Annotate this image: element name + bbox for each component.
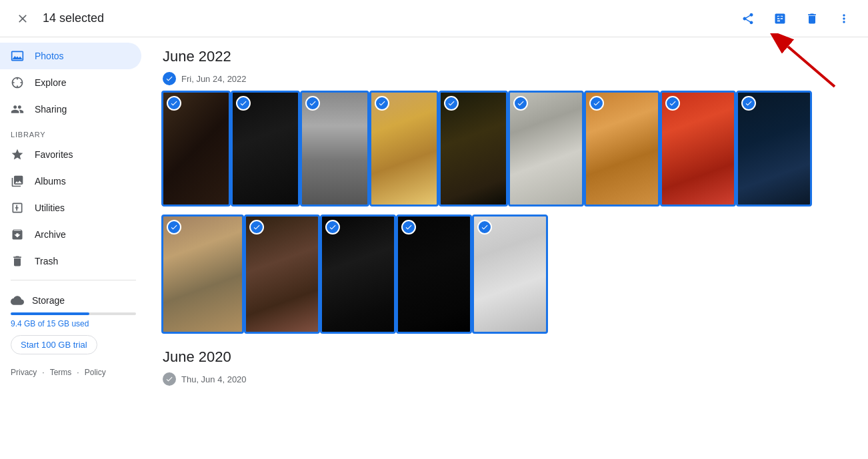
- storage-text: 9.4 GB of 15 GB used: [11, 319, 136, 328]
- main-content: June 2022 Fri, Jun 24, 2022: [147, 37, 868, 459]
- photo-item-5[interactable]: [440, 92, 507, 205]
- share-button[interactable]: [735, 5, 761, 32]
- sidebar-item-archive[interactable]: Archive: [0, 221, 141, 248]
- more-options-button[interactable]: [831, 5, 857, 32]
- add-to-album-button[interactable]: [767, 5, 793, 32]
- photo-check-8: [665, 96, 680, 111]
- sidebar-trash-label: Trash: [35, 256, 58, 266]
- sidebar-divider: [11, 280, 136, 280]
- sidebar-item-utilities[interactable]: Utilities: [0, 195, 141, 221]
- trash-icon: [11, 254, 24, 268]
- date-check-icon: [163, 72, 176, 85]
- photos-icon: [11, 49, 24, 63]
- sidebar-sharing-label: Sharing: [35, 104, 67, 115]
- photo-check-2: [236, 96, 251, 111]
- photo-check-5: [444, 96, 459, 111]
- sharing-icon: [11, 103, 24, 116]
- library-section-label: LIBRARY: [0, 123, 147, 141]
- photo-item-4[interactable]: [371, 92, 437, 205]
- sidebar-item-trash[interactable]: Trash: [0, 248, 141, 274]
- sidebar-item-sharing[interactable]: Sharing: [0, 96, 141, 123]
- sidebar-item-photos[interactable]: Photos: [0, 43, 141, 69]
- photo-item-7[interactable]: [585, 92, 659, 205]
- footer-policy[interactable]: Policy: [85, 368, 106, 377]
- header-left: 14 selected: [11, 7, 104, 31]
- photo-item-9[interactable]: [737, 92, 811, 205]
- photo-grid-row1: [163, 92, 852, 205]
- photo-check-13: [401, 220, 416, 234]
- photo-item-6[interactable]: [509, 92, 583, 205]
- section-june-2022: June 2022 Fri, Jun 24, 2022: [163, 48, 852, 332]
- sidebar-explore-label: Explore: [35, 77, 66, 88]
- cloud-icon: [11, 294, 24, 307]
- photo-check-4: [375, 96, 389, 111]
- photo-check-6: [513, 96, 528, 111]
- date-check-icon-2020: [163, 372, 176, 386]
- date-label-june24: Fri, Jun 24, 2022: [181, 74, 247, 84]
- sidebar-item-explore[interactable]: Explore: [0, 69, 141, 96]
- date-row-june24: Fri, Jun 24, 2022: [163, 72, 852, 85]
- date-row-june4: Thu, Jun 4, 2020: [163, 372, 852, 386]
- sidebar-photos-label: Photos: [35, 51, 64, 61]
- header: 14 selected: [0, 0, 868, 37]
- photo-item-2[interactable]: [232, 92, 299, 205]
- photo-check-11: [249, 220, 264, 234]
- date-label-june4: Thu, Jun 4, 2020: [181, 374, 247, 384]
- photo-item-11[interactable]: [245, 216, 319, 332]
- albums-icon: [11, 175, 24, 188]
- storage-bar-bg: [11, 312, 136, 315]
- storage-section: Storage 9.4 GB of 15 GB used Start 100 G…: [0, 286, 147, 362]
- close-button[interactable]: [11, 7, 35, 31]
- sidebar-item-favorites[interactable]: Favorites: [0, 141, 141, 168]
- delete-button[interactable]: [799, 5, 825, 32]
- photo-item-14[interactable]: [473, 216, 547, 332]
- photo-check-12: [325, 220, 340, 234]
- star-icon: [11, 148, 24, 161]
- sidebar-utilities-label: Utilities: [35, 203, 65, 213]
- footer-privacy[interactable]: Privacy: [11, 368, 37, 377]
- photo-item-8[interactable]: [661, 92, 735, 205]
- photo-item-12[interactable]: [321, 216, 395, 332]
- photo-check-10: [167, 220, 181, 234]
- sidebar-albums-label: Albums: [35, 176, 66, 187]
- app-body: Photos Explore Sharing LIBRARY: [0, 37, 868, 459]
- photo-check-1: [167, 96, 181, 111]
- header-actions: [735, 5, 857, 32]
- photo-check-14: [477, 220, 492, 234]
- storage-title: Storage: [32, 295, 65, 306]
- storage-bar-fill: [11, 312, 89, 315]
- photo-item-10[interactable]: [163, 216, 243, 332]
- photo-item-13[interactable]: [397, 216, 471, 332]
- photo-item-1[interactable]: [163, 92, 229, 205]
- archive-icon: [11, 228, 24, 241]
- footer: Privacy · Terms · Policy: [0, 362, 147, 382]
- utilities-icon: [11, 201, 24, 215]
- photo-grid-row2: [163, 216, 852, 332]
- sidebar-favorites-label: Favorites: [35, 149, 73, 160]
- section-june-2020: June 2020 Thu, Jun 4, 2020: [163, 348, 852, 386]
- explore-icon: [11, 76, 24, 89]
- photo-check-9: [741, 96, 756, 111]
- selected-count: 14 selected: [43, 11, 104, 25]
- storage-label: Storage: [11, 294, 136, 307]
- photo-check-3: [305, 96, 320, 111]
- footer-terms[interactable]: Terms: [50, 368, 72, 377]
- photo-check-7: [589, 96, 604, 111]
- sidebar: Photos Explore Sharing LIBRARY: [0, 37, 147, 459]
- trial-button[interactable]: Start 100 GB trial: [11, 335, 97, 354]
- photo-item-3[interactable]: [301, 92, 368, 205]
- section-title-june-2022: June 2022: [163, 48, 852, 65]
- section-title-june-2020: June 2020: [163, 348, 852, 366]
- sidebar-item-albums[interactable]: Albums: [0, 168, 141, 195]
- sidebar-archive-label: Archive: [35, 229, 66, 240]
